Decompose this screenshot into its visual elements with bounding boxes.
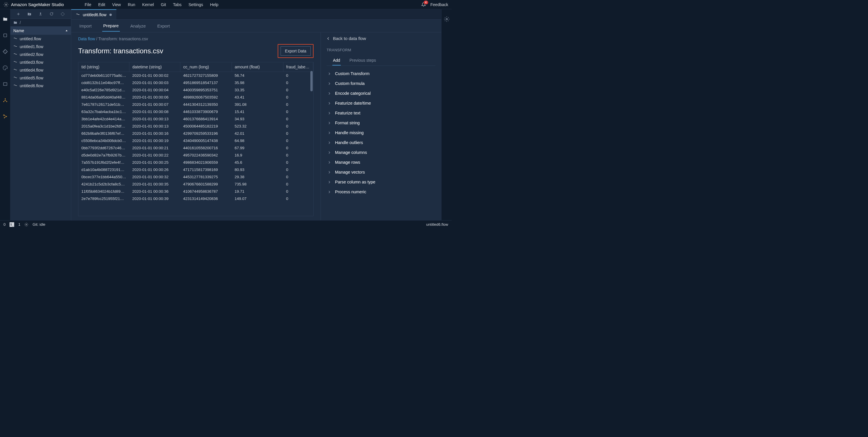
data-table: tid (string)datetime (string)cc_num (lon… <box>79 62 313 202</box>
transform-item[interactable]: Manage vectors <box>327 167 435 177</box>
file-item[interactable]: untitled3.flow <box>10 58 71 66</box>
upload-button[interactable] <box>38 12 42 16</box>
transform-item[interactable]: Handle missing <box>327 128 435 138</box>
column-header[interactable]: amount (float) <box>231 62 283 72</box>
breadcrumb-root-link[interactable]: Data flow <box>78 36 95 41</box>
column-header[interactable]: cc_num (long) <box>180 62 231 72</box>
transform-item[interactable]: Custom Transform <box>327 69 435 79</box>
column-header[interactable]: tid (string) <box>79 62 129 72</box>
menu-edit[interactable]: Edit <box>95 1 108 8</box>
menu-kernel[interactable]: Kernel <box>139 1 157 8</box>
table-row[interactable]: cd77deb0b6110775a8c…2020-01-01 00:00:024… <box>79 72 313 79</box>
file-item[interactable]: untitled4.flow <box>10 66 71 74</box>
terminal-icon[interactable]: $_ <box>9 222 14 227</box>
table-row[interactable]: 8814da06a95dd40af48…2020-01-01 00:00:064… <box>79 94 313 101</box>
status-count-0[interactable]: 0 <box>3 222 5 227</box>
table-row[interactable]: e40c5af226e785d921d…2020-01-01 00:00:044… <box>79 86 313 94</box>
menu-help[interactable]: Help <box>207 1 222 8</box>
gear-icon[interactable] <box>24 223 28 227</box>
transform-item[interactable]: Custom formula <box>327 79 435 88</box>
file-item[interactable]: untitled6.flow <box>10 82 71 90</box>
subtab-import[interactable]: Import <box>78 21 93 31</box>
column-header[interactable]: datetime (string) <box>129 62 180 72</box>
column-header[interactable]: fraud_label (long) <box>283 62 313 72</box>
transform-item[interactable]: Process numeric <box>327 187 435 197</box>
transform-item[interactable]: Featurize date/time <box>327 98 435 108</box>
file-browser-breadcrumb[interactable]: / <box>10 19 71 27</box>
table-cell: 0 <box>283 108 313 115</box>
transform-item[interactable]: Manage columns <box>327 147 435 157</box>
table-row[interactable]: 0bb7793f2dd67267c46…2020-01-01 00:00:214… <box>79 144 313 151</box>
table-row[interactable]: cdd8132b11e04bc97ff…2020-01-01 00:00:034… <box>79 79 313 86</box>
table-row[interactable]: 3bb1e4afe42cd4e414a…2020-01-01 00:00:134… <box>79 115 313 123</box>
table-cell: 4340490005147438 <box>180 137 231 144</box>
table-row[interactable]: d5de0d82e7a7fb9267b…2020-01-01 00:00:224… <box>79 151 313 159</box>
panel-tab-previous-steps[interactable]: Previous steps <box>349 56 377 65</box>
editor-tab[interactable]: untitled6.flow <box>71 9 116 20</box>
activity-git[interactable] <box>2 49 8 55</box>
git-clone-button[interactable] <box>61 12 65 16</box>
table-cell: 0 <box>283 72 313 79</box>
scrollbar-thumb[interactable] <box>310 71 313 91</box>
file-item[interactable]: untitled5.flow <box>10 74 71 82</box>
table-row[interactable]: 2015a0fea3c1d1be2fdf…2020-01-01 00:00:13… <box>79 123 313 130</box>
table-row[interactable]: 7e61787c26171de51b…2020-01-01 00:00:0744… <box>79 101 313 108</box>
table-row[interactable]: c5508ebca34b008dcb0…2020-01-01 00:00:194… <box>79 137 313 144</box>
transform-item[interactable]: Format string <box>327 118 435 128</box>
activity-components[interactable] <box>2 97 8 103</box>
status-count-1[interactable]: 1 <box>18 222 20 227</box>
menu-run[interactable]: Run <box>124 1 139 8</box>
activity-folder[interactable] <box>2 16 8 22</box>
git-status[interactable]: Git: idle <box>32 222 45 227</box>
menu-tabs[interactable]: Tabs <box>169 1 185 8</box>
transform-item-label: Featurize text <box>335 111 361 115</box>
svg-point-3 <box>5 52 6 53</box>
menu-view[interactable]: View <box>108 1 124 8</box>
refresh-button[interactable] <box>50 12 54 16</box>
table-row[interactable]: d1ab10a4b088723191…2020-01-01 00:00:2647… <box>79 166 313 173</box>
file-item[interactable]: untitled1.flow <box>10 42 71 51</box>
transform-item-label: Parse column as type <box>335 180 375 184</box>
transform-item[interactable]: Encode categorical <box>327 88 435 98</box>
table-cell: 4957022436590342 <box>180 151 231 159</box>
file-item[interactable]: untitled.flow <box>10 35 71 42</box>
table-row[interactable]: 4241b21c5d2b3cfa8c5…2020-01-01 00:00:354… <box>79 180 313 188</box>
table-row[interactable]: 7a557b191f6d2f2efe4f…2020-01-01 00:00:25… <box>79 159 313 166</box>
back-to-flow-link[interactable]: Back to data flow <box>327 36 435 41</box>
transform-item[interactable]: Parse column as type <box>327 177 435 187</box>
menu-git[interactable]: Git <box>157 1 170 8</box>
table-row[interactable]: 0bcec377e1bb644a550…2020-01-01 00:00:324… <box>79 173 313 180</box>
subtab-prepare[interactable]: Prepare <box>102 20 120 32</box>
panel-tab-add[interactable]: Add <box>332 56 341 65</box>
settings-button[interactable] <box>444 16 450 220</box>
subtab-export[interactable]: Export <box>156 21 171 31</box>
new-launcher-button[interactable] <box>17 12 20 16</box>
data-table-wrap: tid (string)datetime (string)cc_num (lon… <box>78 62 314 216</box>
feedback-link[interactable]: Feedback <box>431 2 448 7</box>
table-row[interactable]: 11f05b8634024b1fd89…2020-01-01 00:00:364… <box>79 188 313 195</box>
transform-item[interactable]: Featurize text <box>327 108 435 118</box>
file-list: untitled.flowuntitled1.flowuntitled2.flo… <box>10 35 71 220</box>
activity-running[interactable] <box>2 32 8 38</box>
table-row[interactable]: 63a32c7bab4acba1bc1…2020-01-01 00:00:084… <box>79 108 313 115</box>
transform-item[interactable]: Manage rows <box>327 157 435 167</box>
table-cell: cdd8132b11e04bc97ff… <box>79 79 129 86</box>
file-name: untitled3.flow <box>20 60 43 65</box>
activity-pipelines[interactable] <box>2 114 8 119</box>
file-browser-header[interactable]: Name <box>10 27 71 35</box>
table-cell: 4106744958636787 <box>180 188 231 195</box>
notification-bell[interactable]: 4 <box>421 2 426 7</box>
subtab-analyze[interactable]: Analyze <box>129 21 147 31</box>
new-folder-button[interactable] <box>27 12 32 16</box>
table-row[interactable]: 662b9bafe3f0136f67ef…2020-01-01 00:00:16… <box>79 130 313 137</box>
activity-commands[interactable] <box>2 65 8 71</box>
table-row[interactable]: 2e7e789fcc251955f21…2020-01-01 00:00:394… <box>79 195 313 202</box>
menu-file[interactable]: File <box>81 1 95 8</box>
file-item[interactable]: untitled2.flow <box>10 51 71 58</box>
activity-tabs[interactable] <box>2 81 8 87</box>
menu-settings[interactable]: Settings <box>185 1 207 8</box>
transform-item[interactable]: Handle outliers <box>327 138 435 147</box>
export-data-button[interactable]: Export Data <box>281 47 311 56</box>
table-cell: 64.98 <box>231 137 283 144</box>
table-cell: 0 <box>283 180 313 188</box>
